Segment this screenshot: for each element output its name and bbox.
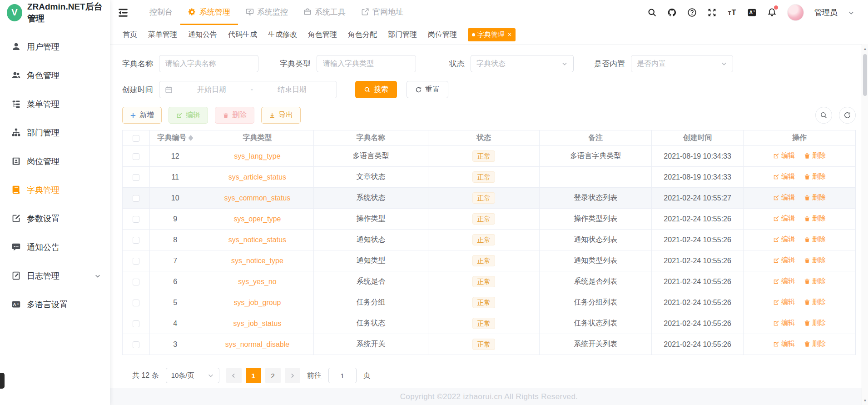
delete-row-button[interactable]: 删除 — [804, 193, 826, 202]
app-logo[interactable]: V ZRAdmin.NET后台管理 — [0, 0, 110, 25]
nav-item-website[interactable]: 官网地址 — [353, 0, 411, 25]
dict-type-link[interactable]: sys_normal_disable — [225, 340, 289, 348]
dict-name-input[interactable] — [159, 55, 258, 72]
sidebar-item-departments[interactable]: 部门管理 — [0, 118, 110, 147]
delete-row-button[interactable]: 删除 — [804, 298, 826, 306]
toggle-search-button[interactable] — [815, 107, 832, 124]
row-checkbox[interactable] — [133, 153, 139, 160]
delete-row-button[interactable]: 删除 — [804, 172, 826, 181]
dict-type-link[interactable]: sys_notice_type — [231, 257, 283, 265]
user-avatar[interactable] — [787, 4, 804, 21]
font-size-icon[interactable]: TT — [727, 8, 737, 17]
prev-page-button[interactable] — [226, 368, 242, 383]
add-button[interactable]: 新增 — [122, 107, 162, 124]
dict-type-link[interactable]: sys_yes_no — [238, 278, 277, 285]
row-checkbox[interactable] — [133, 174, 139, 181]
tab-item[interactable]: 角色分配 — [348, 30, 377, 40]
row-checkbox[interactable] — [133, 216, 139, 223]
delete-row-button[interactable]: 删除 — [804, 151, 826, 160]
reset-button[interactable]: 重置 — [407, 81, 448, 98]
scroll-up-icon[interactable]: ▲ — [862, 45, 868, 52]
user-name[interactable]: 管理员 — [814, 7, 838, 18]
tab-item[interactable]: 角色管理 — [308, 30, 337, 40]
edit-row-button[interactable]: 编辑 — [773, 340, 795, 348]
edit-row-button[interactable]: 编辑 — [773, 193, 795, 202]
tab-item[interactable]: 菜单管理 — [148, 30, 177, 40]
row-checkbox[interactable] — [133, 341, 139, 348]
search-button[interactable]: 搜索 — [355, 81, 397, 98]
close-tab-icon[interactable]: × — [508, 31, 511, 38]
tab-item[interactable]: 岗位管理 — [428, 30, 457, 40]
goto-page-input[interactable] — [328, 368, 357, 383]
sidebar-item-users[interactable]: 用户管理 — [0, 32, 110, 61]
vertical-scrollbar[interactable]: ▲ ▼ — [862, 44, 868, 405]
page-number-button[interactable]: 2 — [265, 368, 281, 383]
delete-row-button[interactable]: 删除 — [804, 277, 826, 285]
row-checkbox[interactable] — [133, 237, 139, 244]
sidebar-item-parameters[interactable]: 参数设置 — [0, 204, 110, 233]
builtin-select[interactable]: 是否内置 — [631, 55, 733, 72]
dict-type-link[interactable]: sys_job_status — [233, 320, 282, 327]
edit-row-button[interactable]: 编辑 — [773, 151, 795, 160]
tab-item[interactable]: 首页 — [123, 30, 137, 40]
edit-row-button[interactable]: 编辑 — [773, 214, 795, 223]
dict-type-link[interactable]: sys_article_status — [228, 173, 286, 181]
edit-row-button[interactable]: 编辑 — [773, 256, 795, 265]
delete-row-button[interactable]: 删除 — [804, 340, 826, 348]
sidebar-item-roles[interactable]: 角色管理 — [0, 61, 110, 90]
sidebar-collapse-icon[interactable] — [117, 7, 129, 19]
refresh-table-button[interactable] — [839, 107, 856, 124]
edit-button[interactable]: 编辑 — [169, 107, 208, 124]
edit-row-button[interactable]: 编辑 — [773, 319, 795, 327]
help-icon[interactable] — [687, 8, 697, 17]
tab-item[interactable]: 通知公告 — [188, 30, 217, 40]
next-page-button[interactable] — [285, 368, 300, 383]
tab-item[interactable]: 代码生成 — [228, 30, 257, 40]
sidebar-item-posts[interactable]: 岗位管理 — [0, 147, 110, 175]
row-checkbox[interactable] — [133, 320, 139, 327]
nav-item-system-management[interactable]: 系统管理 — [180, 0, 238, 25]
scroll-down-icon[interactable]: ▼ — [862, 397, 868, 404]
github-icon[interactable] — [667, 8, 677, 17]
sidebar-item-menus[interactable]: 菜单管理 — [0, 90, 110, 118]
export-button[interactable]: 导出 — [261, 107, 301, 124]
date-range-picker[interactable]: 开始日期 - 结束日期 — [159, 81, 337, 98]
nav-item-system-tools[interactable]: 系统工具 — [296, 0, 353, 25]
row-checkbox[interactable] — [133, 279, 139, 285]
dict-type-link[interactable]: sys_lang_type — [234, 152, 280, 160]
tab-item[interactable]: 部门管理 — [388, 30, 417, 40]
edit-row-button[interactable]: 编辑 — [773, 277, 795, 285]
tab-active[interactable]: 字典管理× — [468, 28, 516, 41]
sort-icon[interactable] — [188, 135, 193, 141]
delete-row-button[interactable]: 删除 — [804, 256, 826, 265]
dict-type-link[interactable]: sys_notice_status — [228, 236, 286, 244]
page-number-button[interactable]: 1 — [246, 368, 261, 383]
user-menu-chevron-icon[interactable] — [848, 10, 854, 16]
fullscreen-icon[interactable] — [707, 8, 717, 17]
sidebar-item-notices[interactable]: 通知公告 — [0, 233, 110, 261]
dict-type-input[interactable] — [317, 55, 416, 72]
status-select[interactable]: 字典状态 — [471, 55, 574, 72]
edit-row-button[interactable]: 编辑 — [773, 298, 795, 306]
scrollbar-thumb[interactable] — [863, 54, 867, 96]
edit-row-button[interactable]: 编辑 — [773, 235, 795, 244]
row-checkbox[interactable] — [133, 258, 139, 265]
edit-row-button[interactable]: 编辑 — [773, 172, 795, 181]
nav-item-console[interactable]: 控制台 — [142, 0, 180, 25]
col-dict-id[interactable]: 字典编号 — [149, 130, 201, 146]
delete-row-button[interactable]: 删除 — [804, 214, 826, 223]
delete-button[interactable]: 删除 — [215, 107, 254, 124]
notification-bell[interactable] — [767, 7, 777, 18]
row-checkbox[interactable] — [133, 300, 139, 306]
search-icon[interactable] — [647, 8, 657, 17]
delete-row-button[interactable]: 删除 — [804, 319, 826, 327]
side-drawer-handle[interactable] — [0, 373, 5, 389]
page-size-select[interactable]: 10条/页 — [166, 368, 219, 383]
dict-type-link[interactable]: sys_common_status — [224, 194, 291, 202]
tab-item[interactable]: 生成修改 — [268, 30, 297, 40]
sidebar-item-i18n[interactable]: Ax 多语言设置 — [0, 290, 110, 319]
row-checkbox[interactable] — [133, 195, 139, 202]
sidebar-item-logs[interactable]: 日志管理 — [0, 261, 110, 290]
dict-type-link[interactable]: sys_job_group — [233, 299, 281, 306]
delete-row-button[interactable]: 删除 — [804, 235, 826, 244]
